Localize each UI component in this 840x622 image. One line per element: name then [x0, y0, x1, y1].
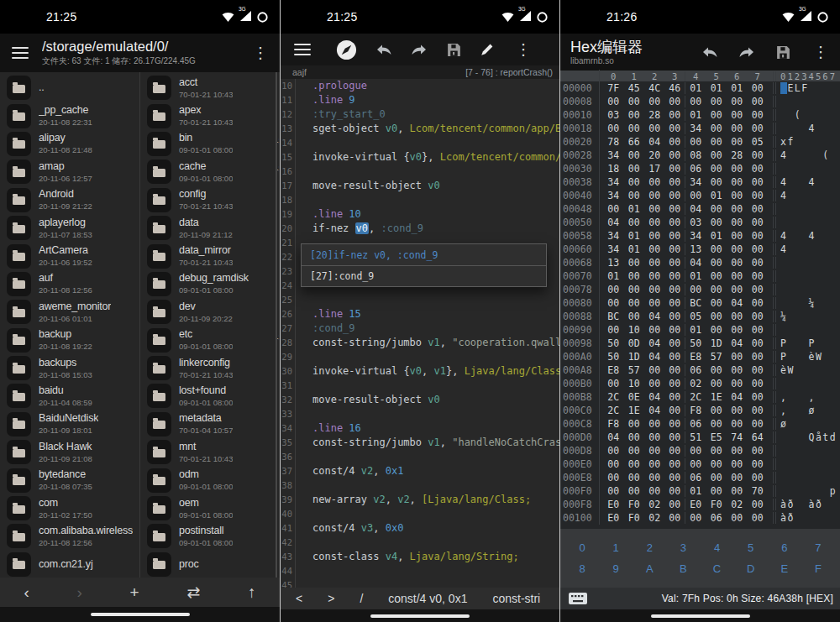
ascii-char[interactable]: [780, 270, 787, 282]
ascii-char[interactable]: [780, 163, 787, 175]
ascii-char[interactable]: [801, 378, 808, 389]
ascii-char[interactable]: [780, 297, 787, 309]
hex-byte[interactable]: 00: [727, 243, 748, 255]
ascii-char[interactable]: [830, 324, 837, 336]
hex-byte[interactable]: 00: [644, 418, 665, 430]
file-row[interactable]: mnt70-01-21 10:43: [140, 438, 279, 466]
hex-byte[interactable]: 00: [727, 378, 748, 389]
hex-byte[interactable]: 34: [685, 230, 706, 242]
file-row[interactable]: bytedance20-11-08 07:35: [0, 466, 139, 494]
keypad-key-B[interactable]: B: [666, 562, 700, 575]
ascii-char[interactable]: [809, 472, 816, 483]
ascii-char[interactable]: [816, 405, 822, 416]
ascii-char[interactable]: [830, 311, 837, 322]
code-line[interactable]: 40: [281, 507, 559, 521]
ascii-char[interactable]: à: [809, 499, 816, 510]
hex-byte[interactable]: 4C: [644, 82, 665, 94]
hex-byte[interactable]: 00: [665, 499, 686, 510]
hex-byte[interactable]: 00: [665, 243, 686, 255]
file-row[interactable]: data_mirror70-01-21 10:43: [140, 242, 279, 269]
ascii-char[interactable]: [795, 405, 801, 416]
hex-byte[interactable]: 00: [727, 176, 748, 188]
ascii-char[interactable]: [822, 364, 829, 376]
jump-target-item[interactable]: [20] if-nez v0, :cond_9: [302, 244, 546, 265]
keypad-key-4[interactable]: 4: [701, 541, 734, 554]
ascii-char[interactable]: [830, 472, 837, 483]
hex-byte[interactable]: 34: [603, 243, 624, 255]
hex-byte[interactable]: F8: [603, 418, 624, 430]
hex-byte[interactable]: 00: [665, 217, 686, 228]
ascii-char[interactable]: [809, 418, 816, 430]
hex-byte[interactable]: F8: [685, 405, 706, 416]
hex-byte[interactable]: 01: [624, 243, 645, 255]
ascii-char[interactable]: ,: [809, 391, 816, 403]
hex-byte[interactable]: 00: [665, 230, 686, 242]
ascii-char[interactable]: [816, 364, 822, 376]
ascii-char[interactable]: E: [787, 82, 794, 94]
hex-byte[interactable]: 00: [727, 458, 748, 470]
code-line[interactable]: 43const-class v4, Ljava/lang/String;: [281, 550, 559, 564]
hex-byte[interactable]: 34: [603, 230, 624, 242]
ascii-char[interactable]: [787, 109, 794, 121]
hex-byte[interactable]: 10: [624, 324, 645, 336]
hex-byte[interactable]: 05: [685, 311, 706, 322]
ascii-char[interactable]: 4: [780, 243, 787, 255]
gesture-handle[interactable]: [91, 613, 190, 616]
ascii-char[interactable]: [830, 230, 837, 242]
keypad-key-8[interactable]: 8: [565, 562, 599, 575]
hex-byte[interactable]: 00: [706, 96, 727, 107]
ascii-char[interactable]: d: [830, 431, 837, 443]
file-row[interactable]: aweme_monitor20-11-06 01:01: [0, 298, 139, 326]
hex-byte[interactable]: 04: [644, 391, 665, 403]
gesture-handle[interactable]: [370, 614, 470, 618]
hex-byte[interactable]: 00: [665, 257, 686, 269]
ascii-char[interactable]: [809, 378, 816, 389]
file-row[interactable]: metadata70-01-04 10:57: [140, 410, 279, 438]
code-line[interactable]: 34.line 16: [281, 421, 559, 436]
ascii-char[interactable]: [822, 230, 829, 242]
gesture-handle[interactable]: [651, 614, 750, 618]
hex-byte[interactable]: 01: [706, 190, 727, 201]
hex-byte[interactable]: 50: [603, 351, 624, 363]
hex-byte[interactable]: 2C: [685, 391, 706, 403]
ascii-char[interactable]: [787, 270, 794, 282]
ascii-char[interactable]: [795, 485, 801, 497]
code-line[interactable]: 17move-result-object v0: [281, 179, 559, 193]
ascii-char[interactable]: [787, 176, 794, 188]
ascii-char[interactable]: [816, 163, 822, 175]
ascii-char[interactable]: [795, 391, 801, 403]
hex-byte[interactable]: 00: [665, 123, 686, 134]
hex-byte[interactable]: 06: [685, 364, 706, 376]
hex-byte[interactable]: 00: [624, 163, 645, 175]
file-row[interactable]: com.cn21.yj: [0, 551, 139, 578]
hex-byte[interactable]: 00: [748, 311, 769, 322]
keypad-key-3[interactable]: 3: [666, 541, 700, 554]
hex-byte[interactable]: 04: [644, 405, 665, 416]
hex-byte[interactable]: 00: [706, 257, 727, 269]
ascii-char[interactable]: 4: [809, 176, 816, 188]
ascii-char[interactable]: [780, 324, 787, 336]
file-row[interactable]: Android20-11-09 21:22: [0, 186, 139, 214]
ascii-char[interactable]: [787, 351, 794, 363]
ascii-char[interactable]: [830, 109, 837, 121]
hex-byte[interactable]: 03: [603, 109, 624, 121]
code-line[interactable]: 18: [281, 193, 559, 207]
hex-byte[interactable]: 00: [727, 109, 748, 121]
ascii-char[interactable]: [780, 458, 787, 470]
hex-byte[interactable]: 00: [727, 418, 748, 430]
ascii-char[interactable]: [822, 136, 829, 148]
ascii-char[interactable]: [830, 163, 837, 175]
ascii-char[interactable]: [780, 203, 787, 215]
ascii-char[interactable]: 4: [809, 123, 816, 134]
ascii-char[interactable]: [780, 257, 787, 269]
ascii-char[interactable]: [787, 431, 794, 443]
hex-byte[interactable]: 00: [748, 458, 769, 470]
ascii-char[interactable]: [809, 485, 816, 497]
hex-byte[interactable]: 04: [644, 337, 665, 349]
file-row[interactable]: apex70-01-21 10:43: [140, 102, 279, 129]
hex-byte[interactable]: 01: [603, 270, 624, 282]
ascii-char[interactable]: [809, 284, 816, 295]
navigate-icon[interactable]: [336, 39, 357, 60]
ascii-char[interactable]: è: [780, 364, 787, 376]
hex-byte[interactable]: 00: [665, 378, 686, 389]
